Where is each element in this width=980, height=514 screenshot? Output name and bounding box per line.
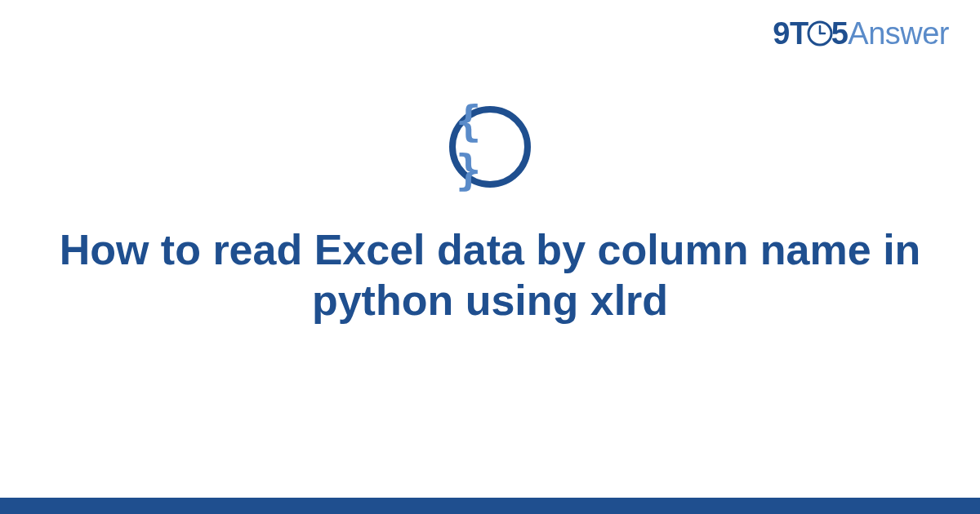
clock-icon	[807, 20, 833, 47]
logo-prefix: 9T	[773, 16, 808, 51]
code-braces-icon: { }	[456, 96, 524, 194]
category-icon-circle: { }	[449, 106, 531, 188]
site-logo: 9T5Answer	[773, 16, 949, 51]
logo-middle: 5	[831, 16, 849, 51]
logo-suffix: Answer	[848, 16, 949, 51]
footer-bar	[0, 498, 980, 514]
page-title: How to read Excel data by column name in…	[0, 224, 980, 326]
